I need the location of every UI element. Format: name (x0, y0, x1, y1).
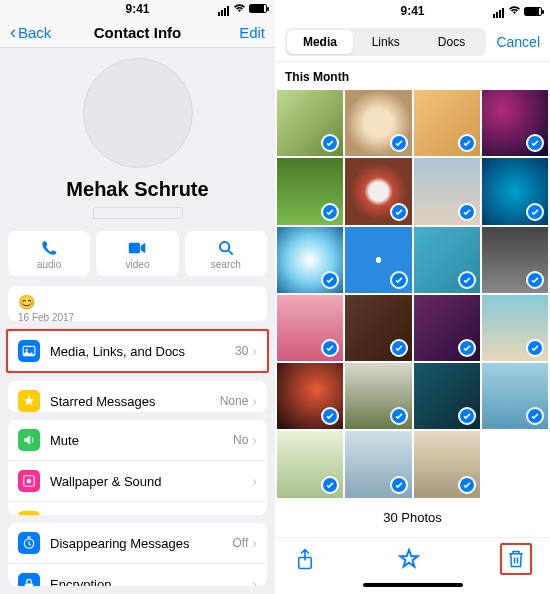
media-thumbnail[interactable] (277, 363, 343, 429)
media-thumbnail[interactable] (414, 363, 480, 429)
edit-button[interactable]: Edit (239, 24, 265, 41)
check-icon (390, 203, 408, 221)
search-label: search (185, 259, 267, 270)
media-thumbnail[interactable] (277, 158, 343, 224)
search-button[interactable]: search (185, 231, 267, 276)
status-emoji: 😊 (18, 294, 257, 310)
nav-bar: ‹ Back Contact Info Edit (0, 17, 275, 48)
search-icon (185, 239, 267, 257)
media-thumbnail[interactable] (414, 295, 480, 361)
media-thumbnail[interactable] (345, 227, 411, 293)
svg-line-2 (228, 251, 232, 255)
media-thumbnail[interactable] (482, 295, 548, 361)
media-thumbnail[interactable] (482, 363, 548, 429)
check-icon (526, 203, 544, 221)
media-thumbnail[interactable] (277, 227, 343, 293)
chevron-left-icon: ‹ (10, 23, 16, 41)
media-thumbnail[interactable] (414, 158, 480, 224)
media-thumbnail[interactable] (482, 158, 548, 224)
check-icon (390, 407, 408, 425)
check-icon (458, 339, 476, 357)
media-thumbnail[interactable] (482, 90, 548, 156)
back-label: Back (18, 24, 51, 41)
share-button[interactable] (293, 547, 317, 571)
starred-label: Starred Messages (50, 394, 220, 409)
profile-header: Mehak Schrute (0, 48, 275, 231)
status-card[interactable]: 😊 16 Feb 2017 (8, 286, 267, 321)
media-thumbnail[interactable] (345, 431, 411, 497)
action-buttons: audio video search (0, 231, 275, 286)
media-links-docs-row[interactable]: Media, Links, and Docs 30 › (8, 331, 267, 371)
check-icon (321, 271, 339, 289)
media-thumbnail[interactable] (345, 158, 411, 224)
svg-point-1 (220, 242, 229, 251)
status-date: 16 Feb 2017 (18, 312, 257, 321)
media-label: Media, Links, and Docs (50, 344, 235, 359)
contact-info-screen: 9:41 ‹ Back Contact Info Edit Mehak Schr… (0, 0, 275, 594)
timer-icon (18, 532, 40, 554)
avatar[interactable] (83, 58, 193, 168)
media-selection-screen: 9:41 Media Links Docs Cancel This Month (275, 0, 550, 594)
home-indicator[interactable] (363, 583, 463, 587)
check-icon (321, 476, 339, 494)
media-thumbnail[interactable] (277, 431, 343, 497)
check-icon (321, 134, 339, 152)
media-grid (275, 90, 550, 498)
media-thumbnail[interactable] (345, 90, 411, 156)
contact-name: Mehak Schrute (0, 178, 275, 201)
starred-messages-row[interactable]: Starred Messages None › (8, 381, 267, 412)
check-icon (458, 271, 476, 289)
media-thumbnail[interactable] (277, 90, 343, 156)
media-thumbnail[interactable] (414, 90, 480, 156)
delete-button[interactable] (504, 547, 528, 571)
segment-bar: Media Links Docs Cancel (275, 22, 550, 62)
svg-rect-9 (25, 584, 33, 586)
check-icon (526, 271, 544, 289)
status-bar: 9:41 (0, 0, 275, 17)
encryption-label: Encryption (50, 577, 252, 586)
highlight-box (500, 543, 532, 575)
check-icon (390, 476, 408, 494)
video-icon (96, 239, 178, 257)
encryption-row[interactable]: Encryption › (8, 563, 267, 586)
cancel-button[interactable]: Cancel (496, 34, 540, 50)
save-icon (18, 511, 40, 515)
tab-docs[interactable]: Docs (419, 30, 485, 54)
check-icon (390, 134, 408, 152)
photo-icon (18, 340, 40, 362)
disappearing-value: Off (233, 536, 249, 550)
media-thumbnail[interactable] (414, 227, 480, 293)
segment-control: Media Links Docs (285, 28, 486, 56)
check-icon (321, 339, 339, 357)
check-icon (458, 407, 476, 425)
audio-label: audio (8, 259, 90, 270)
media-thumbnail[interactable] (345, 295, 411, 361)
star-icon (18, 390, 40, 412)
check-icon (458, 134, 476, 152)
disappearing-row[interactable]: Disappearing Messages Off › (8, 523, 267, 563)
tab-media[interactable]: Media (287, 30, 353, 54)
check-icon (390, 339, 408, 357)
audio-button[interactable]: audio (8, 231, 90, 276)
camera-roll-row[interactable]: Save to Camera Roll Default › (8, 501, 267, 515)
starred-value: None (220, 394, 249, 408)
media-thumbnail[interactable] (414, 431, 480, 497)
media-thumbnail[interactable] (345, 363, 411, 429)
tab-links[interactable]: Links (353, 30, 419, 54)
media-thumbnail[interactable] (482, 227, 548, 293)
wallpaper-row[interactable]: Wallpaper & Sound › (8, 460, 267, 501)
mute-value: No (233, 433, 248, 447)
disappearing-label: Disappearing Messages (50, 536, 233, 551)
chevron-right-icon: › (252, 473, 257, 489)
phone-number (93, 207, 183, 219)
check-icon (526, 339, 544, 357)
chevron-right-icon: › (252, 535, 257, 551)
video-button[interactable]: video (96, 231, 178, 276)
star-button[interactable] (397, 547, 421, 571)
media-thumbnail[interactable] (277, 295, 343, 361)
back-button[interactable]: ‹ Back (10, 23, 51, 41)
video-label: video (96, 259, 178, 270)
mute-row[interactable]: Mute No › (8, 420, 267, 460)
selection-count: 30 Photos (275, 498, 550, 537)
chevron-right-icon: › (252, 432, 257, 448)
